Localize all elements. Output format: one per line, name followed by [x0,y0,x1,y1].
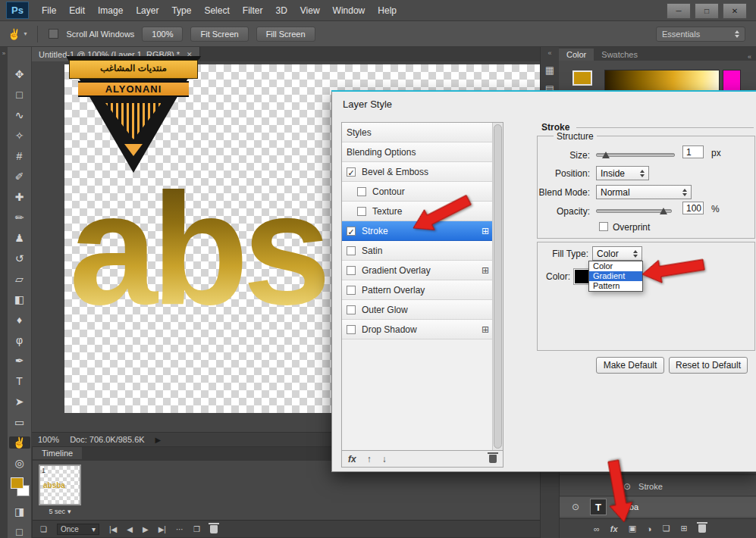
status-expand-icon[interactable]: ▶ [155,436,162,444]
size-slider[interactable] [596,149,675,158]
menu-3d[interactable]: 3D [275,5,287,16]
style-row-bevel-emboss[interactable]: ✓ Bevel & Emboss [342,162,503,182]
play-button[interactable]: ▶ [143,525,149,533]
dodge-tool[interactable]: φ [9,334,30,346]
color-ramp[interactable] [604,70,720,92]
menu-select[interactable]: Select [204,5,229,16]
tween-button[interactable]: ⋯ [176,525,184,533]
add-gradient-overlay-icon[interactable]: ⊞ [482,265,489,276]
delete-effect-icon[interactable] [489,455,497,463]
slider-thumb[interactable] [602,152,610,158]
marquee-tool[interactable]: □ [9,89,30,101]
scroll-all-windows-checkbox[interactable] [49,29,58,39]
collapse-left-icon[interactable]: « [541,49,559,57]
blend-mode-select[interactable]: Normal [596,185,692,199]
opacity-slider[interactable] [596,205,672,214]
fx-menu-icon[interactable]: fx [348,454,356,464]
menu-filter[interactable]: Filter [243,5,263,16]
style-row-texture[interactable]: Texture [342,202,503,221]
style-row-satin[interactable]: Satin [342,241,503,261]
screen-mode-button[interactable]: □ [9,526,30,538]
hand-tool[interactable]: ✌ [9,436,30,449]
bevel-emboss-checkbox[interactable]: ✓ [347,167,356,177]
close-button[interactable]: ✕ [723,3,747,19]
brush-tool[interactable]: ✏ [9,211,30,224]
menu-help[interactable]: Help [378,5,397,16]
tab-timeline[interactable]: Timeline [33,447,82,459]
fit-screen-button[interactable]: Fit Screen [190,27,248,42]
maximize-button[interactable]: □ [695,3,719,19]
menu-file[interactable]: File [42,5,56,16]
stroke-checkbox[interactable]: ✓ [347,227,356,236]
gradient-tool[interactable]: ◧ [9,293,30,305]
style-row-pattern-overlay[interactable]: Pattern Overlay [342,280,503,300]
menu-view[interactable]: View [300,5,320,16]
previous-frame-button[interactable]: ◀ [127,525,133,533]
style-row-stroke[interactable]: ✓ Stroke ⊞ [342,221,503,241]
first-frame-button[interactable]: |◀ [109,525,117,533]
fill-screen-button[interactable]: Fill Screen [256,27,315,42]
gradient-overlay-checkbox[interactable] [347,266,356,275]
position-select[interactable]: Inside [596,166,649,180]
style-row-blending-options[interactable]: Blending Options [342,142,503,162]
texture-checkbox[interactable] [357,207,366,216]
new-layer-icon[interactable]: ⊞ [681,524,688,533]
move-effect-down-icon[interactable]: ↓ [382,454,387,464]
delete-frame-button[interactable] [210,525,218,533]
drop-shadow-checkbox[interactable] [347,325,356,334]
collapse-left-icon[interactable]: « [748,53,751,61]
lasso-tool[interactable]: ∿ [9,109,30,121]
move-tool[interactable]: ✥ [9,68,30,80]
menu-edit[interactable]: Edit [69,5,85,16]
foreground-color-swatch[interactable] [11,477,24,489]
menu-image[interactable]: Image [98,5,123,16]
size-input[interactable]: 1 [682,145,704,158]
delete-layer-icon[interactable] [698,524,706,533]
overprint-checkbox[interactable] [599,222,608,231]
next-frame-button[interactable]: ▶| [158,525,166,533]
menu-window[interactable]: Window [333,5,365,16]
satin-checkbox[interactable] [347,246,356,255]
zoom-tool[interactable]: ◎ [9,457,30,469]
convert-timeline-button[interactable]: ❏ [40,525,47,533]
quick-selection-tool[interactable]: ✧ [9,130,30,142]
frame-thumbnail[interactable]: 1 absba [39,464,81,505]
panel-collapse-left[interactable]: » [0,47,8,538]
blur-tool[interactable]: ♦ [9,314,30,326]
frame-duration[interactable]: 5 sec ▾ [39,508,81,515]
layer-mask-icon[interactable]: ▣ [629,524,636,533]
panel-icon-1[interactable]: ▦ [541,64,559,76]
styles-scrollbar[interactable] [492,123,503,450]
style-row-outer-glow[interactable]: Outer Glow [342,300,503,320]
fill-type-option-gradient[interactable]: Gradient [589,271,642,281]
eraser-tool[interactable]: ▱ [9,273,30,285]
fill-type-option-color[interactable]: Color [589,261,642,271]
group-layers-icon[interactable]: ❏ [663,524,670,533]
layer-style-fx-icon[interactable]: fx [610,524,618,533]
path-selection-tool[interactable]: ➤ [9,396,30,408]
pattern-overlay-checkbox[interactable] [347,286,356,295]
fill-type-select[interactable]: Color [592,246,642,261]
tab-swatches[interactable]: Swatches [594,48,645,61]
tool-preset-picker[interactable]: ✌ ▾ [8,28,27,40]
opacity-input[interactable]: 100 [682,202,704,214]
zoom-level[interactable]: 100% [38,435,59,444]
contour-checkbox[interactable] [357,187,366,196]
foreground-background-swatches[interactable] [9,477,30,497]
style-row-gradient-overlay[interactable]: Gradient Overlay ⊞ [342,261,503,280]
foreground-color-well[interactable] [572,70,592,86]
quick-mask-button[interactable]: ◨ [9,505,30,518]
style-row-drop-shadow[interactable]: Drop Shadow ⊞ [342,320,503,339]
layer-row[interactable]: ⊙ T absba [560,497,756,517]
style-row-styles[interactable]: Styles [342,123,503,142]
shape-tool[interactable]: ▭ [9,416,30,428]
crop-tool[interactable]: # [9,150,30,162]
zoom-100-button[interactable]: 100% [142,27,183,42]
layer-effect-row[interactable]: ⊙ Stroke [560,477,756,496]
workspace-switcher[interactable]: Essentials [656,27,745,42]
clone-stamp-tool[interactable]: ♟ [9,232,30,244]
eyedropper-tool[interactable]: ✐ [9,170,30,183]
timeline-frame[interactable]: 1 absba 5 sec ▾ [39,464,81,522]
type-tool[interactable]: T [9,375,30,387]
outer-glow-checkbox[interactable] [347,305,356,314]
